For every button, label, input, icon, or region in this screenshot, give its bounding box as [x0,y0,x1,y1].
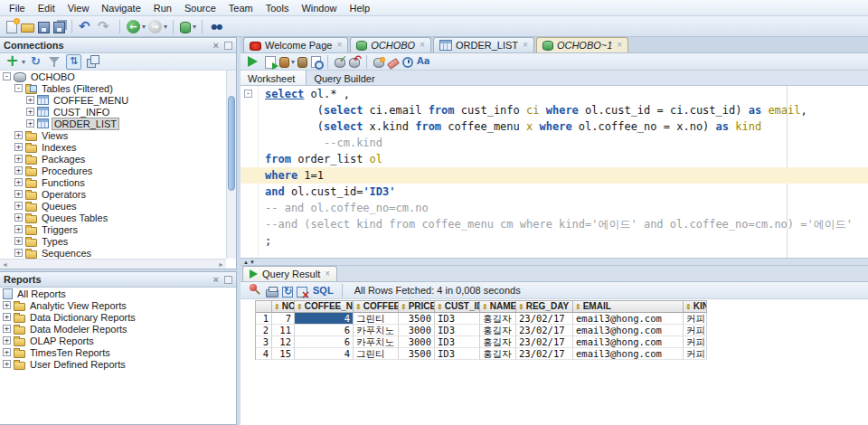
close-icon[interactable]: × [420,41,425,50]
save-icon[interactable] [38,22,50,33]
sql-editor[interactable]: -select ol.* , (select ci.email from cus… [241,86,868,258]
cell[interactable]: 카푸치노 [354,325,399,336]
cell[interactable]: 23/02/17 [516,348,573,360]
open-folder-icon[interactable] [21,24,34,33]
connections-item-packages[interactable]: +Packages [0,153,236,165]
cell[interactable]: 23/02/17 [516,313,573,325]
run-script-icon[interactable] [265,56,276,69]
cell[interactable]: 11 [272,325,295,336]
menu-view[interactable]: View [61,2,96,14]
reports-item-analytic-view-reports[interactable]: +Analytic View Reports [0,299,236,311]
minimize-icon[interactable] [224,42,232,50]
reports-item-all-reports[interactable]: All Reports [0,288,236,299]
menu-window[interactable]: Window [295,2,343,14]
expander-icon[interactable]: - [3,72,11,80]
expander-icon[interactable]: + [3,301,11,309]
dropdown-arrow-icon[interactable]: ▾ [193,23,196,31]
new-file-icon[interactable] [6,21,17,33]
scrollbar-thumb[interactable] [228,96,235,191]
unshared-worksheet-icon[interactable] [373,58,384,68]
close-icon[interactable]: × [523,41,528,50]
commit-icon[interactable] [335,58,345,68]
cell[interactable]: 1 [256,313,272,325]
db-connection-icon[interactable] [180,22,191,33]
filter-icon[interactable] [47,54,62,70]
menu-run[interactable]: Run [147,2,178,14]
menu-help[interactable]: Help [344,2,377,14]
sql-button[interactable]: SQL [313,285,334,296]
connections-item-queues[interactable]: +Queues [0,200,236,212]
cell[interactable]: 4 [256,348,272,360]
delete-grid-icon[interactable] [297,287,307,298]
tab-ochobo-1[interactable]: OCHOBO~1× [536,37,628,52]
cell[interactable]: 커피 [684,336,707,348]
cell[interactable]: 4 [295,313,354,325]
refresh-grid-icon[interactable] [282,287,293,298]
cell[interactable]: 그린티 [354,348,399,360]
cell[interactable]: 커피 [684,348,707,360]
cell[interactable]: 3500 [399,348,435,360]
close-icon[interactable]: × [212,40,221,51]
expander-icon[interactable]: + [26,96,34,104]
clear-icon[interactable] [387,58,400,70]
column-header-coffee-no[interactable]: COFFEE_NO [295,301,354,313]
cell[interactable]: email3@hong.com [573,325,684,336]
expander-icon[interactable]: + [26,108,34,116]
find-icon[interactable] [209,19,224,34]
cell[interactable]: 커피 [684,325,707,336]
connections-item-coffee-menu[interactable]: +COFFEE_MENU [0,94,236,106]
close-icon[interactable]: × [212,274,221,285]
expander-icon[interactable]: + [14,202,23,210]
tab-order-list[interactable]: ORDER_LIST× [433,37,534,52]
reports-item-user-defined-reports[interactable]: +User Defined Reports [0,358,236,370]
menu-team[interactable]: Team [222,2,259,14]
cell[interactable]: 23/02/17 [516,325,573,336]
cell[interactable]: 23/02/17 [516,336,573,348]
reports-item-timesten-reports[interactable]: +TimesTen Reports [0,346,236,358]
expander-icon[interactable]: + [14,213,23,222]
cell[interactable]: 3 [256,336,272,348]
menu-source[interactable]: Source [178,2,222,14]
save-all-icon[interactable] [53,22,65,33]
connections-item-cust-info[interactable]: +CUST_INFO [0,106,236,118]
cell[interactable]: 3500 [399,313,435,325]
reports-item-olap-reports[interactable]: +OLAP Reports [0,335,236,346]
pin-icon[interactable] [247,282,262,298]
cell[interactable]: 홍길자 [480,336,516,348]
tab-ochobo[interactable]: OCHOBO× [350,37,431,52]
minimize-icon[interactable] [224,276,232,284]
expander-icon[interactable]: + [14,190,23,198]
expander-icon[interactable]: + [14,166,23,175]
connections-item-types[interactable]: +Types [0,235,236,247]
cell[interactable]: 4 [295,348,354,360]
column-header-reg-day[interactable]: REG_DAY [516,301,573,313]
sql-history-icon[interactable] [402,57,413,68]
menu-tools[interactable]: Tools [259,2,296,14]
cell[interactable]: ID3 [435,348,480,360]
scroll-right-icon[interactable]: ► [218,261,224,268]
dropdown-arrow-icon[interactable]: ▾ [142,23,146,31]
nav-forward-icon[interactable] [148,20,162,33]
connections-item-tables-filtered[interactable]: -Tables (Filtered) [0,82,236,94]
cell[interactable]: 그린티 [354,313,399,325]
close-icon[interactable]: × [325,269,330,279]
scroll-left-icon[interactable]: ◄ [2,261,8,268]
close-icon[interactable]: × [617,41,622,50]
printer-icon[interactable] [266,289,278,298]
connections-item-indexes[interactable]: +Indexes [0,141,236,153]
subtab-query-builder[interactable]: Query Builder [307,71,385,85]
column-header-price[interactable]: PRICE [399,301,435,313]
run-statement-icon[interactable] [246,54,261,70]
cell[interactable]: 3000 [399,336,435,348]
cell[interactable]: email3@hong.com [573,348,684,360]
subtab-worksheet[interactable]: Worksheet [241,71,307,85]
tab-welcome-page[interactable]: Welcome Page× [243,37,348,52]
redo-icon[interactable] [98,19,113,34]
expander-icon[interactable]: + [3,360,11,368]
autotrace-icon[interactable] [279,57,289,68]
explain-plan-icon[interactable] [297,57,307,68]
expander-icon[interactable]: + [14,225,23,233]
splitter-down-icon[interactable]: ▼ [250,260,255,265]
connections-item-functions[interactable]: +Functions [0,176,236,188]
undo-icon[interactable] [79,19,94,34]
